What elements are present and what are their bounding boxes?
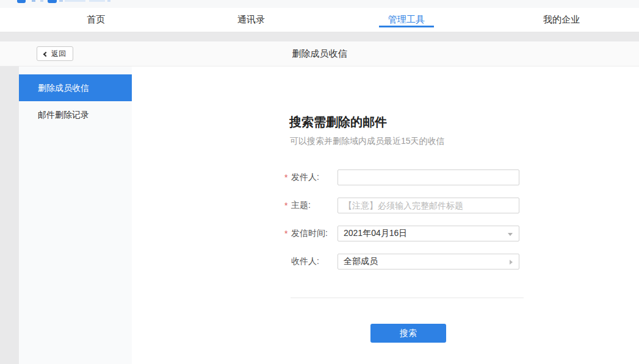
field-label-text: 发件人: bbox=[291, 172, 319, 183]
field-label-text: 收件人: bbox=[291, 256, 319, 267]
chevron-left-icon bbox=[43, 51, 48, 56]
top-navigation: 首页 通讯录 管理工具 我的企业 bbox=[0, 8, 639, 32]
logo-fragment-icon bbox=[107, 0, 110, 2]
recipient-value[interactable] bbox=[338, 254, 519, 269]
section-subtitle: 可以搜索并删除域内成员最近15天的收信 bbox=[290, 136, 445, 147]
form-divider bbox=[291, 298, 524, 298]
section-gap bbox=[0, 32, 639, 41]
logo-fragment-icon bbox=[48, 0, 57, 3]
clipped-brand-strip bbox=[0, 0, 639, 8]
field-label: * 发件人: bbox=[284, 172, 338, 183]
nav-tab-my-enterprise[interactable]: 我的企业 bbox=[484, 8, 639, 32]
required-marker: * bbox=[284, 229, 291, 238]
field-label: * 发信时间: bbox=[284, 228, 338, 239]
back-button-label: 返回 bbox=[51, 49, 66, 59]
form-row-sender: * 发件人: bbox=[284, 170, 519, 185]
sender-input-box bbox=[338, 170, 519, 185]
required-marker: * bbox=[284, 173, 291, 182]
subject-input[interactable] bbox=[338, 198, 519, 213]
logo-fragment-icon bbox=[17, 0, 26, 3]
search-form: * 发件人: * 主题: bbox=[284, 170, 519, 282]
sidebar: 删除成员收信 邮件删除记录 bbox=[19, 66, 132, 364]
search-button[interactable]: 搜索 bbox=[370, 324, 446, 343]
nav-tab-home[interactable]: 首页 bbox=[18, 8, 173, 32]
caret-right-icon[interactable] bbox=[510, 260, 513, 265]
sidebar-item-label: 邮件删除记录 bbox=[38, 110, 89, 120]
logo-fragment-icon bbox=[59, 0, 63, 2]
form-row-send-date: * 发信时间: bbox=[284, 226, 519, 241]
recipient-picker[interactable] bbox=[338, 254, 519, 269]
field-label-text: 主题: bbox=[291, 200, 311, 211]
body-area: 删除成员收信 邮件删除记录 搜索需删除的邮件 可以搜索并删除域内成员最近15天的… bbox=[0, 66, 639, 364]
logo-fragment-icon bbox=[40, 0, 43, 2]
nav-tab-label: 我的企业 bbox=[543, 14, 580, 26]
sidebar-item-deletion-records[interactable]: 邮件删除记录 bbox=[19, 101, 132, 128]
sidebar-item-label: 删除成员收信 bbox=[38, 83, 89, 93]
nav-tab-label: 首页 bbox=[87, 14, 105, 26]
nav-tab-admin-tools[interactable]: 管理工具 bbox=[329, 8, 484, 32]
left-gutter bbox=[0, 66, 19, 364]
subject-input-box bbox=[338, 198, 519, 213]
section-heading: 搜索需删除的邮件 bbox=[289, 114, 387, 130]
form-row-subject: * 主题: bbox=[284, 198, 519, 213]
page-subheader: 返回 删除成员收信 bbox=[0, 41, 639, 66]
send-date-value[interactable] bbox=[338, 226, 519, 241]
logo-fragment-icon bbox=[65, 0, 85, 2]
logo-fragment-icon bbox=[32, 0, 35, 2]
field-label-text: 发信时间: bbox=[291, 228, 328, 239]
nav-tab-contacts[interactable]: 通讯录 bbox=[173, 8, 328, 32]
active-tab-underline bbox=[379, 26, 434, 27]
form-row-recipient: 收件人: bbox=[284, 254, 519, 269]
nav-tab-label: 管理工具 bbox=[388, 14, 425, 26]
nav-tab-label: 通讯录 bbox=[237, 14, 265, 26]
required-marker: * bbox=[284, 201, 291, 210]
send-date-select[interactable] bbox=[338, 226, 519, 241]
sidebar-item-delete-member-mail[interactable]: 删除成员收信 bbox=[19, 74, 132, 101]
main-content: 搜索需删除的邮件 可以搜索并删除域内成员最近15天的收信 * 发件人: * 主题… bbox=[132, 66, 639, 364]
field-label: 收件人: bbox=[284, 256, 338, 267]
field-label: * 主题: bbox=[284, 200, 338, 211]
logo-fragment-icon bbox=[89, 0, 105, 2]
page-title: 删除成员收信 bbox=[0, 41, 639, 66]
app-window: 首页 通讯录 管理工具 我的企业 返回 删除成员收信 删除成员收信 bbox=[0, 0, 639, 364]
sender-input[interactable] bbox=[338, 170, 519, 185]
caret-down-icon[interactable] bbox=[508, 233, 513, 236]
back-button[interactable]: 返回 bbox=[37, 46, 73, 61]
